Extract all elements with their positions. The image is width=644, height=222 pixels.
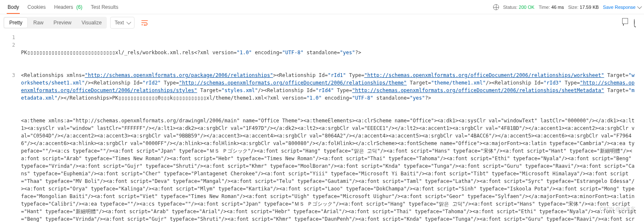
save-response-button[interactable]: Save Response (603, 5, 641, 10)
tab-cookies[interactable]: Cookies (23, 1, 50, 13)
tab-headers[interactable]: Headers (6) (50, 1, 87, 13)
wrap-lines-button[interactable] (138, 17, 151, 28)
globe-icon[interactable] (493, 4, 499, 10)
tab-test-results[interactable]: Test Results (87, 1, 122, 13)
status-bar: Status: 200 OK Time: 46 ms Size: 17.59 K… (493, 4, 641, 10)
wrap-icon (141, 20, 148, 26)
time-value: 46 ms (552, 5, 564, 10)
line-gutter: 1 2 3 (0, 34, 21, 222)
view-preview[interactable]: Preview (48, 17, 77, 29)
response-tabs: Body Cookies Headers (6) Test Results St… (0, 0, 644, 14)
copy-button[interactable] (623, 19, 630, 26)
code-line: <Relationships xmlns="http://schemas.ope… (21, 71, 637, 102)
save-response-label: Save Response (603, 5, 636, 10)
tab-headers-label: Headers (54, 4, 73, 10)
code-line: <a:theme xmlns:a="http://schemas.openxml… (21, 117, 637, 222)
view-controls: Pretty Raw Preview Visualize Text (0, 14, 644, 31)
code-line: PK▯▯▯▯▯▯▯▯▯▯▯▯▯▯▯▯▯▯▯▯▯▯▯▯▯▯▯▯▯xl/_rels/… (21, 49, 637, 56)
code-toolbar-right (623, 19, 641, 26)
line-number[interactable]: 1 (0, 34, 15, 41)
time-label: Time: (538, 5, 550, 10)
format-dropdown[interactable]: Text (110, 17, 135, 29)
status-label: Status: (503, 5, 517, 10)
status-value: 200 OK (519, 5, 534, 10)
copy-icon (623, 19, 624, 26)
chevron-down-icon (127, 20, 131, 24)
search-icon (634, 19, 635, 26)
view-pretty[interactable]: Pretty (4, 18, 27, 28)
view-raw[interactable]: Raw (28, 17, 48, 29)
view-mode-group: Pretty Raw Preview Visualize (3, 17, 107, 29)
view-visualize[interactable]: Visualize (77, 17, 107, 29)
tab-body[interactable]: Body (3, 1, 23, 13)
chevron-down-icon (637, 4, 642, 8)
format-label: Text (115, 20, 124, 26)
line-number[interactable]: 3 (0, 71, 15, 79)
size-label: Size: (568, 5, 578, 10)
size-value: 17.59 KB (580, 5, 599, 10)
tabs-left: Body Cookies Headers (6) Test Results (3, 1, 122, 13)
code-content[interactable]: PK▯▯▯▯▯▯▯▯▯▯▯▯▯▯▯▯▯▯▯▯▯▯▯▯▯▯▯▯▯xl/_rels/… (21, 34, 644, 222)
search-button[interactable] (634, 19, 641, 26)
headers-count: (6) (76, 4, 82, 10)
response-body: 1 2 3 PK▯▯▯▯▯▯▯▯▯▯▯▯▯▯▯▯▯▯▯▯▯▯▯▯▯▯▯▯▯xl/… (0, 31, 644, 222)
line-number[interactable]: 2 (0, 41, 15, 49)
